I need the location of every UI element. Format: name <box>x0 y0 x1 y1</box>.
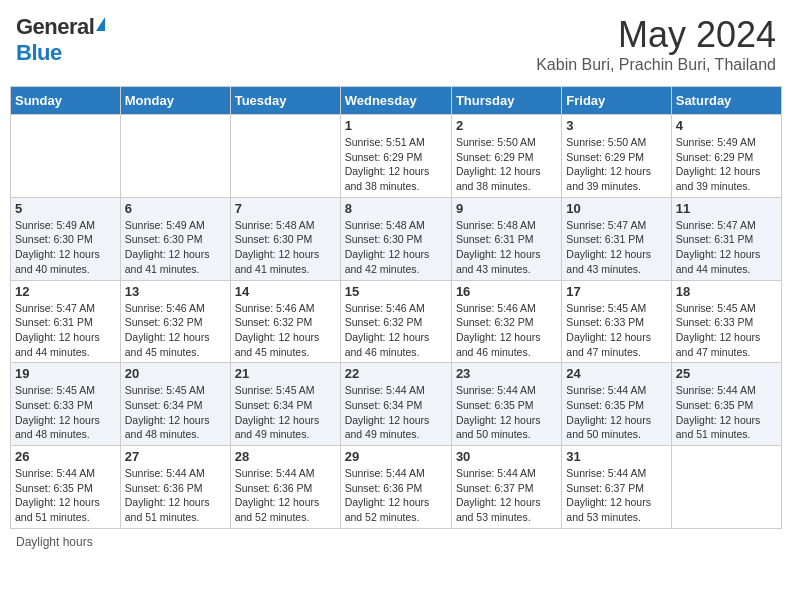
day-number: 19 <box>15 366 116 381</box>
day-info: Sunrise: 5:48 AM Sunset: 6:31 PM Dayligh… <box>456 218 557 277</box>
calendar-cell: 11Sunrise: 5:47 AM Sunset: 6:31 PM Dayli… <box>671 197 781 280</box>
header-day-saturday: Saturday <box>671 87 781 115</box>
title-area: May 2024 Kabin Buri, Prachin Buri, Thail… <box>536 14 776 74</box>
calendar-cell: 30Sunrise: 5:44 AM Sunset: 6:37 PM Dayli… <box>451 446 561 529</box>
day-number: 3 <box>566 118 666 133</box>
day-number: 30 <box>456 449 557 464</box>
calendar-cell: 16Sunrise: 5:46 AM Sunset: 6:32 PM Dayli… <box>451 280 561 363</box>
day-number: 22 <box>345 366 447 381</box>
logo: General Blue <box>16 14 105 66</box>
day-number: 10 <box>566 201 666 216</box>
main-title: May 2024 <box>536 14 776 56</box>
calendar-header: SundayMondayTuesdayWednesdayThursdayFrid… <box>11 87 782 115</box>
day-info: Sunrise: 5:44 AM Sunset: 6:34 PM Dayligh… <box>345 383 447 442</box>
day-info: Sunrise: 5:48 AM Sunset: 6:30 PM Dayligh… <box>345 218 447 277</box>
day-number: 20 <box>125 366 226 381</box>
day-number: 6 <box>125 201 226 216</box>
calendar-cell: 21Sunrise: 5:45 AM Sunset: 6:34 PM Dayli… <box>230 363 340 446</box>
calendar-cell: 6Sunrise: 5:49 AM Sunset: 6:30 PM Daylig… <box>120 197 230 280</box>
header-day-sunday: Sunday <box>11 87 121 115</box>
calendar-cell <box>11 115 121 198</box>
day-info: Sunrise: 5:45 AM Sunset: 6:34 PM Dayligh… <box>125 383 226 442</box>
day-number: 28 <box>235 449 336 464</box>
logo-triangle-icon <box>96 17 105 31</box>
calendar-cell: 3Sunrise: 5:50 AM Sunset: 6:29 PM Daylig… <box>562 115 671 198</box>
week-row-3: 19Sunrise: 5:45 AM Sunset: 6:33 PM Dayli… <box>11 363 782 446</box>
day-info: Sunrise: 5:50 AM Sunset: 6:29 PM Dayligh… <box>566 135 666 194</box>
day-info: Sunrise: 5:51 AM Sunset: 6:29 PM Dayligh… <box>345 135 447 194</box>
day-info: Sunrise: 5:46 AM Sunset: 6:32 PM Dayligh… <box>456 301 557 360</box>
calendar-cell: 7Sunrise: 5:48 AM Sunset: 6:30 PM Daylig… <box>230 197 340 280</box>
calendar-cell: 27Sunrise: 5:44 AM Sunset: 6:36 PM Dayli… <box>120 446 230 529</box>
calendar-cell: 14Sunrise: 5:46 AM Sunset: 6:32 PM Dayli… <box>230 280 340 363</box>
header-day-monday: Monday <box>120 87 230 115</box>
header-day-wednesday: Wednesday <box>340 87 451 115</box>
day-number: 17 <box>566 284 666 299</box>
day-number: 14 <box>235 284 336 299</box>
day-number: 31 <box>566 449 666 464</box>
day-number: 21 <box>235 366 336 381</box>
day-number: 12 <box>15 284 116 299</box>
calendar-cell: 13Sunrise: 5:46 AM Sunset: 6:32 PM Dayli… <box>120 280 230 363</box>
header-day-friday: Friday <box>562 87 671 115</box>
day-info: Sunrise: 5:46 AM Sunset: 6:32 PM Dayligh… <box>345 301 447 360</box>
day-info: Sunrise: 5:49 AM Sunset: 6:30 PM Dayligh… <box>15 218 116 277</box>
header-day-thursday: Thursday <box>451 87 561 115</box>
week-row-2: 12Sunrise: 5:47 AM Sunset: 6:31 PM Dayli… <box>11 280 782 363</box>
calendar-cell: 26Sunrise: 5:44 AM Sunset: 6:35 PM Dayli… <box>11 446 121 529</box>
week-row-4: 26Sunrise: 5:44 AM Sunset: 6:35 PM Dayli… <box>11 446 782 529</box>
day-number: 24 <box>566 366 666 381</box>
calendar-cell: 1Sunrise: 5:51 AM Sunset: 6:29 PM Daylig… <box>340 115 451 198</box>
calendar-cell: 23Sunrise: 5:44 AM Sunset: 6:35 PM Dayli… <box>451 363 561 446</box>
day-number: 7 <box>235 201 336 216</box>
week-row-1: 5Sunrise: 5:49 AM Sunset: 6:30 PM Daylig… <box>11 197 782 280</box>
logo-general: General <box>16 14 94 40</box>
calendar-cell: 12Sunrise: 5:47 AM Sunset: 6:31 PM Dayli… <box>11 280 121 363</box>
day-info: Sunrise: 5:44 AM Sunset: 6:36 PM Dayligh… <box>125 466 226 525</box>
day-number: 16 <box>456 284 557 299</box>
day-info: Sunrise: 5:47 AM Sunset: 6:31 PM Dayligh… <box>676 218 777 277</box>
footer-note: Daylight hours <box>10 535 782 549</box>
day-number: 11 <box>676 201 777 216</box>
day-info: Sunrise: 5:46 AM Sunset: 6:32 PM Dayligh… <box>125 301 226 360</box>
day-number: 29 <box>345 449 447 464</box>
day-number: 1 <box>345 118 447 133</box>
day-number: 4 <box>676 118 777 133</box>
calendar-cell: 28Sunrise: 5:44 AM Sunset: 6:36 PM Dayli… <box>230 446 340 529</box>
day-number: 26 <box>15 449 116 464</box>
day-number: 23 <box>456 366 557 381</box>
day-info: Sunrise: 5:45 AM Sunset: 6:33 PM Dayligh… <box>676 301 777 360</box>
calendar-cell: 31Sunrise: 5:44 AM Sunset: 6:37 PM Dayli… <box>562 446 671 529</box>
day-info: Sunrise: 5:46 AM Sunset: 6:32 PM Dayligh… <box>235 301 336 360</box>
calendar-cell: 29Sunrise: 5:44 AM Sunset: 6:36 PM Dayli… <box>340 446 451 529</box>
header: General Blue May 2024 Kabin Buri, Prachi… <box>10 10 782 78</box>
calendar-cell: 22Sunrise: 5:44 AM Sunset: 6:34 PM Dayli… <box>340 363 451 446</box>
calendar-table: SundayMondayTuesdayWednesdayThursdayFrid… <box>10 86 782 529</box>
day-info: Sunrise: 5:47 AM Sunset: 6:31 PM Dayligh… <box>15 301 116 360</box>
calendar-cell: 15Sunrise: 5:46 AM Sunset: 6:32 PM Dayli… <box>340 280 451 363</box>
calendar-cell: 8Sunrise: 5:48 AM Sunset: 6:30 PM Daylig… <box>340 197 451 280</box>
calendar-cell: 10Sunrise: 5:47 AM Sunset: 6:31 PM Dayli… <box>562 197 671 280</box>
day-number: 8 <box>345 201 447 216</box>
day-info: Sunrise: 5:44 AM Sunset: 6:35 PM Dayligh… <box>566 383 666 442</box>
logo-blue: Blue <box>16 40 62 66</box>
calendar-cell <box>230 115 340 198</box>
day-info: Sunrise: 5:49 AM Sunset: 6:29 PM Dayligh… <box>676 135 777 194</box>
day-info: Sunrise: 5:45 AM Sunset: 6:34 PM Dayligh… <box>235 383 336 442</box>
calendar-cell: 20Sunrise: 5:45 AM Sunset: 6:34 PM Dayli… <box>120 363 230 446</box>
day-info: Sunrise: 5:45 AM Sunset: 6:33 PM Dayligh… <box>566 301 666 360</box>
day-info: Sunrise: 5:47 AM Sunset: 6:31 PM Dayligh… <box>566 218 666 277</box>
day-number: 2 <box>456 118 557 133</box>
day-info: Sunrise: 5:44 AM Sunset: 6:36 PM Dayligh… <box>345 466 447 525</box>
day-number: 5 <box>15 201 116 216</box>
calendar-cell: 18Sunrise: 5:45 AM Sunset: 6:33 PM Dayli… <box>671 280 781 363</box>
day-info: Sunrise: 5:44 AM Sunset: 6:37 PM Dayligh… <box>566 466 666 525</box>
day-number: 25 <box>676 366 777 381</box>
calendar-cell: 5Sunrise: 5:49 AM Sunset: 6:30 PM Daylig… <box>11 197 121 280</box>
day-info: Sunrise: 5:44 AM Sunset: 6:35 PM Dayligh… <box>456 383 557 442</box>
sub-title: Kabin Buri, Prachin Buri, Thailand <box>536 56 776 74</box>
day-number: 18 <box>676 284 777 299</box>
calendar-cell <box>671 446 781 529</box>
header-day-tuesday: Tuesday <box>230 87 340 115</box>
day-info: Sunrise: 5:44 AM Sunset: 6:37 PM Dayligh… <box>456 466 557 525</box>
